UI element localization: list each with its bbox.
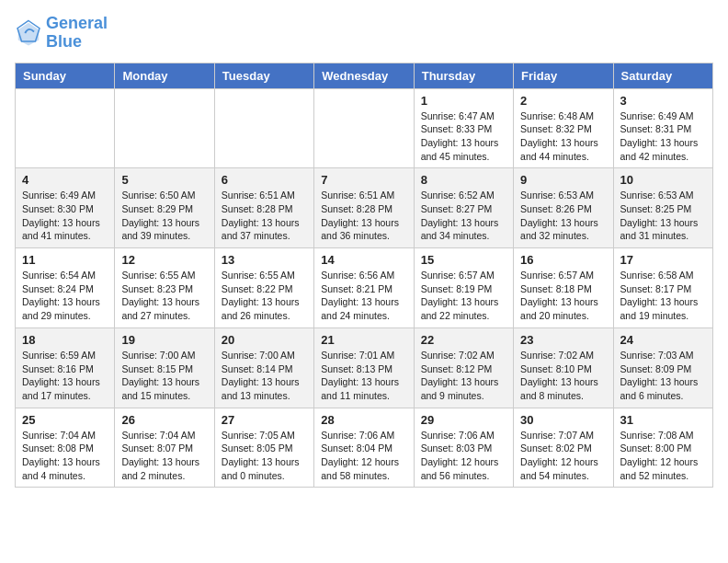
day-number: 24 (620, 333, 706, 347)
day-info: Sunrise: 6:52 AM Sunset: 8:27 PM Dayligh… (421, 189, 506, 243)
day-info: Sunrise: 7:08 AM Sunset: 8:00 PM Dayligh… (620, 429, 706, 483)
calendar-cell: 4Sunrise: 6:49 AM Sunset: 8:30 PM Daylig… (16, 168, 115, 248)
day-info: Sunrise: 6:54 AM Sunset: 8:24 PM Dayligh… (22, 269, 108, 323)
weekday-header-monday: Monday (115, 63, 214, 88)
day-info: Sunrise: 7:05 AM Sunset: 8:05 PM Dayligh… (222, 429, 307, 483)
day-info: Sunrise: 6:50 AM Sunset: 8:29 PM Dayligh… (121, 189, 207, 243)
day-info: Sunrise: 7:00 AM Sunset: 8:15 PM Dayligh… (121, 349, 207, 403)
calendar-cell: 28Sunrise: 7:06 AM Sunset: 8:04 PM Dayli… (314, 408, 414, 488)
day-number: 5 (121, 173, 207, 187)
calendar-cell: 14Sunrise: 6:56 AM Sunset: 8:21 PM Dayli… (314, 248, 414, 328)
day-number: 12 (121, 253, 207, 267)
day-info: Sunrise: 7:00 AM Sunset: 8:14 PM Dayligh… (222, 349, 307, 403)
calendar-cell: 10Sunrise: 6:53 AM Sunset: 8:25 PM Dayli… (613, 168, 712, 248)
day-number: 21 (321, 333, 406, 347)
calendar-cell: 21Sunrise: 7:01 AM Sunset: 8:13 PM Dayli… (314, 327, 414, 408)
logo: General Blue (15, 15, 108, 52)
day-number: 8 (421, 173, 506, 187)
day-info: Sunrise: 6:51 AM Sunset: 8:28 PM Dayligh… (222, 189, 307, 243)
day-number: 22 (421, 333, 506, 347)
weekday-header-sunday: Sunday (16, 63, 115, 88)
calendar-cell: 6Sunrise: 6:51 AM Sunset: 8:28 PM Daylig… (214, 168, 313, 248)
calendar-cell: 25Sunrise: 7:04 AM Sunset: 8:08 PM Dayli… (16, 408, 115, 488)
day-number: 26 (121, 413, 207, 427)
calendar-cell: 11Sunrise: 6:54 AM Sunset: 8:24 PM Dayli… (16, 248, 115, 328)
day-number: 25 (22, 413, 108, 427)
day-info: Sunrise: 6:53 AM Sunset: 8:26 PM Dayligh… (520, 189, 606, 243)
day-info: Sunrise: 7:06 AM Sunset: 8:04 PM Dayligh… (321, 429, 406, 483)
day-info: Sunrise: 6:49 AM Sunset: 8:31 PM Dayligh… (620, 109, 706, 164)
day-number: 9 (520, 173, 606, 187)
day-info: Sunrise: 7:07 AM Sunset: 8:02 PM Dayligh… (520, 429, 606, 483)
calendar-cell: 16Sunrise: 6:57 AM Sunset: 8:18 PM Dayli… (514, 248, 613, 328)
day-number: 11 (22, 253, 108, 267)
week-row-4: 18Sunrise: 6:59 AM Sunset: 8:16 PM Dayli… (16, 327, 713, 408)
day-number: 31 (620, 413, 706, 427)
week-row-2: 4Sunrise: 6:49 AM Sunset: 8:30 PM Daylig… (16, 168, 713, 248)
calendar-cell: 2Sunrise: 6:48 AM Sunset: 8:32 PM Daylig… (514, 88, 613, 168)
calendar-cell: 1Sunrise: 6:47 AM Sunset: 8:33 PM Daylig… (414, 88, 513, 168)
day-info: Sunrise: 6:51 AM Sunset: 8:28 PM Dayligh… (321, 189, 406, 243)
calendar-cell: 7Sunrise: 6:51 AM Sunset: 8:28 PM Daylig… (314, 168, 414, 248)
calendar-cell: 8Sunrise: 6:52 AM Sunset: 8:27 PM Daylig… (414, 168, 513, 248)
weekday-header-wednesday: Wednesday (314, 63, 414, 88)
day-number: 20 (222, 333, 307, 347)
weekday-header-tuesday: Tuesday (214, 63, 313, 88)
day-number: 28 (321, 413, 406, 427)
day-info: Sunrise: 7:02 AM Sunset: 8:10 PM Dayligh… (520, 349, 606, 403)
day-info: Sunrise: 7:02 AM Sunset: 8:12 PM Dayligh… (421, 349, 506, 403)
day-number: 1 (421, 94, 506, 108)
calendar-table: SundayMondayTuesdayWednesdayThursdayFrid… (15, 63, 713, 488)
day-info: Sunrise: 7:01 AM Sunset: 8:13 PM Dayligh… (321, 349, 406, 403)
calendar-cell: 20Sunrise: 7:00 AM Sunset: 8:14 PM Dayli… (214, 327, 313, 408)
calendar-cell: 12Sunrise: 6:55 AM Sunset: 8:23 PM Dayli… (115, 248, 214, 328)
day-number: 7 (321, 173, 406, 187)
calendar-cell (214, 88, 313, 168)
logo-text: General Blue (46, 15, 108, 52)
calendar-cell: 22Sunrise: 7:02 AM Sunset: 8:12 PM Dayli… (414, 327, 513, 408)
calendar-cell: 24Sunrise: 7:03 AM Sunset: 8:09 PM Dayli… (613, 327, 712, 408)
day-info: Sunrise: 6:58 AM Sunset: 8:17 PM Dayligh… (620, 269, 706, 323)
logo-icon (15, 19, 42, 47)
day-info: Sunrise: 6:49 AM Sunset: 8:30 PM Dayligh… (22, 189, 108, 243)
day-number: 30 (520, 413, 606, 427)
day-number: 2 (520, 94, 606, 108)
day-info: Sunrise: 7:04 AM Sunset: 8:08 PM Dayligh… (22, 429, 108, 483)
day-info: Sunrise: 6:57 AM Sunset: 8:18 PM Dayligh… (520, 269, 606, 323)
weekday-header-friday: Friday (514, 63, 613, 88)
day-number: 13 (222, 253, 307, 267)
day-info: Sunrise: 6:47 AM Sunset: 8:33 PM Dayligh… (421, 109, 506, 164)
day-number: 29 (421, 413, 506, 427)
day-number: 17 (620, 253, 706, 267)
calendar-cell: 5Sunrise: 6:50 AM Sunset: 8:29 PM Daylig… (115, 168, 214, 248)
calendar-cell: 30Sunrise: 7:07 AM Sunset: 8:02 PM Dayli… (514, 408, 613, 488)
week-row-5: 25Sunrise: 7:04 AM Sunset: 8:08 PM Dayli… (16, 408, 713, 488)
calendar-cell: 27Sunrise: 7:05 AM Sunset: 8:05 PM Dayli… (214, 408, 313, 488)
weekday-header-saturday: Saturday (613, 63, 712, 88)
day-number: 16 (520, 253, 606, 267)
day-info: Sunrise: 6:48 AM Sunset: 8:32 PM Dayligh… (520, 109, 606, 164)
calendar-cell: 3Sunrise: 6:49 AM Sunset: 8:31 PM Daylig… (613, 88, 712, 168)
day-info: Sunrise: 6:55 AM Sunset: 8:22 PM Dayligh… (222, 269, 307, 323)
day-info: Sunrise: 6:56 AM Sunset: 8:21 PM Dayligh… (321, 269, 406, 323)
day-number: 6 (222, 173, 307, 187)
day-number: 10 (620, 173, 706, 187)
day-number: 18 (22, 333, 108, 347)
calendar-cell: 29Sunrise: 7:06 AM Sunset: 8:03 PM Dayli… (414, 408, 513, 488)
weekday-header-row: SundayMondayTuesdayWednesdayThursdayFrid… (16, 63, 713, 88)
day-info: Sunrise: 6:55 AM Sunset: 8:23 PM Dayligh… (121, 269, 207, 323)
calendar-cell (16, 88, 115, 168)
calendar-cell: 9Sunrise: 6:53 AM Sunset: 8:26 PM Daylig… (514, 168, 613, 248)
calendar-cell: 13Sunrise: 6:55 AM Sunset: 8:22 PM Dayli… (214, 248, 313, 328)
calendar-cell: 15Sunrise: 6:57 AM Sunset: 8:19 PM Dayli… (414, 248, 513, 328)
calendar-cell (314, 88, 414, 168)
day-number: 3 (620, 94, 706, 108)
calendar-cell: 19Sunrise: 7:00 AM Sunset: 8:15 PM Dayli… (115, 327, 214, 408)
day-info: Sunrise: 7:03 AM Sunset: 8:09 PM Dayligh… (620, 349, 706, 403)
day-info: Sunrise: 6:57 AM Sunset: 8:19 PM Dayligh… (421, 269, 506, 323)
day-info: Sunrise: 7:06 AM Sunset: 8:03 PM Dayligh… (421, 429, 506, 483)
weekday-header-thursday: Thursday (414, 63, 513, 88)
calendar-cell: 18Sunrise: 6:59 AM Sunset: 8:16 PM Dayli… (16, 327, 115, 408)
day-number: 14 (321, 253, 406, 267)
day-number: 15 (421, 253, 506, 267)
